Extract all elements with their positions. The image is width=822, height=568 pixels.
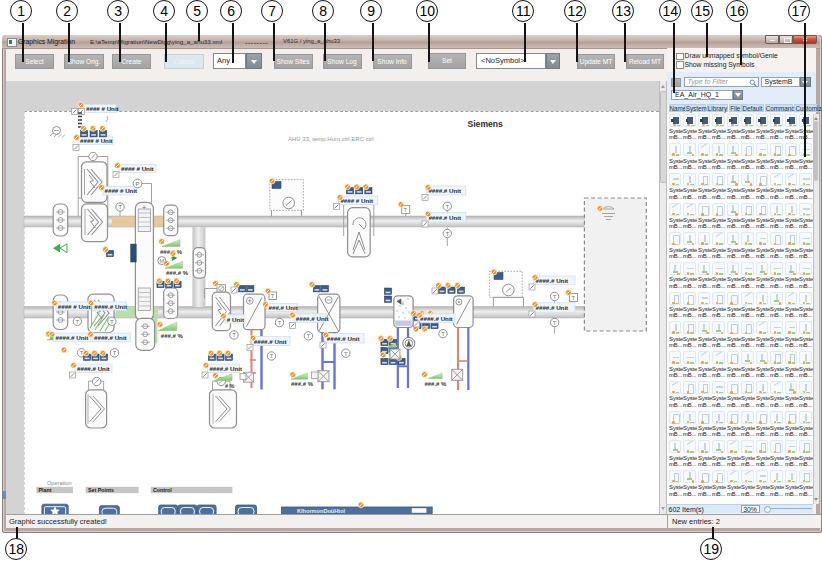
svg-text:####.# Unit: ####.# Unit <box>296 315 329 322</box>
svg-text:####.# Unit: ####.# Unit <box>327 335 360 342</box>
svg-text:T: T <box>404 207 408 213</box>
svg-text:#### # Unit: #### # Unit <box>121 165 154 172</box>
svg-text:#### # Unit: #### # Unit <box>340 197 373 204</box>
svg-text:####.# Unit: ####.# Unit <box>428 214 461 221</box>
svg-text:#### # Unit: #### # Unit <box>58 303 91 310</box>
svg-text:####.# Unit: ####.# Unit <box>420 315 453 322</box>
svg-text:###.# %: ###.# % <box>291 381 314 387</box>
svg-text:Set Points: Set Points <box>88 487 114 493</box>
svg-text:AHU 33, temp.Hum.ctrl,ERC ctrl: AHU 33, temp.Hum.ctrl,ERC ctrl <box>288 136 374 142</box>
svg-text:#### # Unit: #### # Unit <box>80 137 113 144</box>
svg-text:####.# Unit: ####.# Unit <box>536 277 569 284</box>
svg-text:####.# Unit: ####.# Unit <box>254 338 287 345</box>
svg-text:#### # Unit: #### # Unit <box>86 105 119 112</box>
svg-text:T: T <box>571 295 575 301</box>
svg-text:Plant: Plant <box>39 487 52 493</box>
svg-text:####.# Unit: ####.# Unit <box>428 187 461 194</box>
svg-text:###.# Unit: ###.# Unit <box>269 304 298 311</box>
svg-text:###.# %: ###.# % <box>161 333 184 339</box>
svg-text:Control: Control <box>153 487 172 493</box>
svg-text:####.# Unit: ####.# Unit <box>56 334 89 341</box>
svg-text:####.# Unit: ####.# Unit <box>77 365 110 372</box>
svg-text:# %: # % <box>225 383 235 389</box>
svg-text:# Unit: # Unit <box>227 316 244 323</box>
svg-text:####.# Unit: ####.# Unit <box>536 304 569 311</box>
svg-text:T: T <box>271 293 275 299</box>
svg-text:####.# Unit: ####.# Unit <box>94 303 127 310</box>
svg-text:###.# %: ###.# % <box>166 270 189 276</box>
svg-text:###.# %: ###.# % <box>424 381 447 387</box>
svg-text:Siemens: Siemens <box>468 119 504 129</box>
svg-text:#### # Unit: #### # Unit <box>105 187 138 194</box>
svg-text:####.# Unit: ####.# Unit <box>209 365 242 372</box>
svg-text:####.# Unit: ####.# Unit <box>94 334 127 341</box>
svg-text:Operation: Operation <box>47 480 72 486</box>
